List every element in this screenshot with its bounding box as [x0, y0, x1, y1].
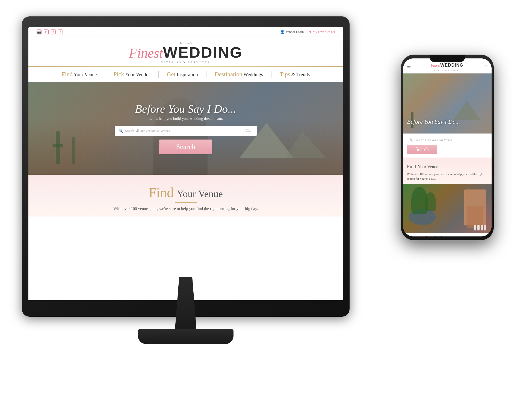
- phone-hero-text: Before You Say I Do...: [407, 118, 460, 125]
- favorites-label: My Favorites (2): [313, 30, 335, 34]
- facebook-icon[interactable]: f: [51, 29, 56, 34]
- phone-search-icon: 🔍: [410, 138, 413, 141]
- social-icons: 📷 P f t: [37, 29, 63, 34]
- site-nav: Find Your Venue Pick Your Vendor Get Ins…: [28, 67, 343, 82]
- nav-get-normal: Inspiration: [177, 72, 198, 77]
- phone-logo: Arizona's Finest WEDDING SITES AND SERVI…: [431, 61, 463, 72]
- logo-combined: Finest WEDDING: [34, 45, 338, 60]
- nav-dest-normal: Weddings: [243, 72, 263, 77]
- favorites-link[interactable]: ♥ My Favorites (2): [309, 30, 335, 34]
- cactus-arm-1: [52, 144, 63, 147]
- find-venue-section: Find Your Venue With over 100 venues plu…: [28, 175, 343, 217]
- search-button-wrap: Search: [115, 140, 257, 154]
- phone-search-area: 🔍 Search All Our Vendors & Venues Search: [403, 134, 492, 158]
- find-venue-divider: [175, 202, 197, 203]
- logo-wedding: WEDDING: [163, 45, 243, 60]
- nav-find-normal: Your Venue: [74, 72, 97, 77]
- phone-find-title: Find Your Venue: [407, 162, 488, 170]
- search-city-input[interactable]: City: [240, 126, 257, 136]
- nav-pick-script: Pick: [113, 71, 124, 78]
- nav-pick-vendor[interactable]: Pick Your Vendor: [105, 71, 158, 78]
- phone-frame: ☰ Arizona's Finest WEDDING SITES AND SER…: [401, 55, 494, 240]
- hero-text-block: Before You Say I Do... Let us help you b…: [115, 102, 257, 154]
- vendor-login-label: Vendor Login: [286, 30, 304, 34]
- phone-notch: [430, 55, 465, 62]
- phone-mountain: [453, 101, 481, 120]
- phone-venue-caption: Boojum Tree Hidden Gardens ♡: [403, 233, 492, 236]
- vendor-login-link[interactable]: 👤 Vendor Login: [280, 30, 304, 34]
- nav-find-venue[interactable]: Find Your Venue: [54, 71, 105, 78]
- cactus-1: [56, 131, 60, 164]
- phone: ☰ Arizona's Finest WEDDING SITES AND SER…: [401, 55, 494, 240]
- venue-chairs: [474, 225, 486, 230]
- phone-search-button[interactable]: Search: [407, 145, 437, 154]
- twitter-icon[interactable]: t: [58, 29, 63, 34]
- phone-hero-title: Before You Say I Do...: [407, 118, 460, 125]
- nav-tips-script: Tips: [280, 71, 290, 78]
- pinterest-icon[interactable]: P: [44, 29, 49, 34]
- nav-dest-script: Destination: [215, 71, 242, 78]
- nav-get-script: Get: [167, 71, 176, 78]
- city-placeholder: City: [246, 129, 251, 132]
- venue-card-heart[interactable]: ♡: [484, 235, 488, 236]
- venue-name: Boojum Tree Hidden Gardens: [407, 235, 446, 236]
- scene: 📷 P f t 👤 Vendor Login ♥: [0, 0, 532, 409]
- find-venue-description: With over 100 venues plus, we're sure to…: [37, 206, 335, 211]
- nav-pick-normal: Your Vendor: [125, 72, 150, 77]
- phone-logo-combined: Finest WEDDING: [431, 63, 463, 67]
- search-main-input[interactable]: 🔍 Search All Our Vendors & Venues: [115, 126, 240, 136]
- find-venue-title: Find Your Venue: [37, 186, 335, 199]
- phone-find-script: Find: [407, 164, 416, 169]
- phone-hero: Before You Say I Do...: [403, 73, 492, 134]
- monitor-bezel: [27, 21, 345, 27]
- phone-heart-icon[interactable]: ♡: [483, 64, 488, 70]
- phone-menu-icon[interactable]: ☰: [407, 64, 411, 69]
- monitor: 📷 P f t 👤 Vendor Login ♥: [22, 16, 350, 385]
- logo-subtitle: SITES AND SERVICES: [34, 61, 338, 64]
- venue-tree-2: [425, 192, 436, 211]
- phone-find-normal: Your Venue: [418, 164, 438, 169]
- instagram-icon[interactable]: 📷: [37, 29, 42, 34]
- search-button[interactable]: Search: [159, 140, 212, 154]
- nav-tips-normal: & Trends: [291, 72, 310, 77]
- website-desktop: 📷 P f t 👤 Vendor Login ♥: [28, 27, 343, 300]
- mountain-left: [286, 131, 327, 158]
- hero-section: Before You Say I Do... Let us help you b…: [28, 82, 343, 175]
- search-bar: 🔍 Search All Our Vendors & Venues City: [115, 126, 257, 136]
- phone-logo-finest: Finest: [431, 64, 440, 67]
- search-icon: 🔍: [119, 129, 123, 133]
- nav-destination[interactable]: Destination Weddings: [206, 71, 271, 78]
- cactus-2: [72, 137, 75, 164]
- heart-icon: ♥: [309, 30, 311, 34]
- find-script: Find: [149, 185, 174, 200]
- hero-subtitle: Let us help you build your wedding dream…: [115, 117, 257, 121]
- phone-search-input[interactable]: 🔍 Search All Our Vendors & Venues: [407, 137, 488, 143]
- phone-find-section: Find Your Venue With over 100 venues plu…: [403, 158, 492, 184]
- monitor-camera: [184, 23, 187, 25]
- logo-finest: Finest: [129, 46, 163, 60]
- phone-find-description: With over 100 venues plus, we're sure to…: [407, 172, 488, 181]
- user-icon: 👤: [280, 30, 285, 34]
- monitor-frame: 📷 P f t 👤 Vendor Login ♥: [22, 16, 350, 317]
- monitor-stand-base: [138, 329, 234, 344]
- phone-search-placeholder: Search All Our Vendors & Venues: [415, 138, 452, 141]
- nav-tips[interactable]: Tips & Trends: [271, 71, 318, 78]
- monitor-screen: 📷 P f t 👤 Vendor Login ♥: [28, 27, 343, 300]
- site-topbar: 📷 P f t 👤 Vendor Login ♥: [28, 27, 343, 37]
- venue-structure: [467, 206, 483, 228]
- topbar-right: 👤 Vendor Login ♥ My Favorites (2): [280, 30, 335, 34]
- phone-content: ☰ Arizona's Finest WEDDING SITES AND SER…: [403, 58, 492, 236]
- phone-logo-subtitle: SITES AND SERVICES: [434, 70, 460, 72]
- phone-logo-wedding: WEDDING: [440, 63, 463, 67]
- search-placeholder-text: Search All Our Vendors & Venues: [125, 129, 170, 133]
- site-logo: Arizona's Finest WEDDING SITES AND SERVI…: [28, 37, 343, 67]
- hero-title: Before You Say I Do...: [115, 102, 257, 115]
- nav-get-inspiration[interactable]: Get Inspiration: [159, 71, 206, 78]
- nav-find-script: Find: [62, 71, 73, 78]
- phone-screen: ☰ Arizona's Finest WEDDING SITES AND SER…: [403, 58, 492, 236]
- find-normal: Your Venue: [177, 188, 223, 199]
- phone-venue-image: [403, 184, 492, 233]
